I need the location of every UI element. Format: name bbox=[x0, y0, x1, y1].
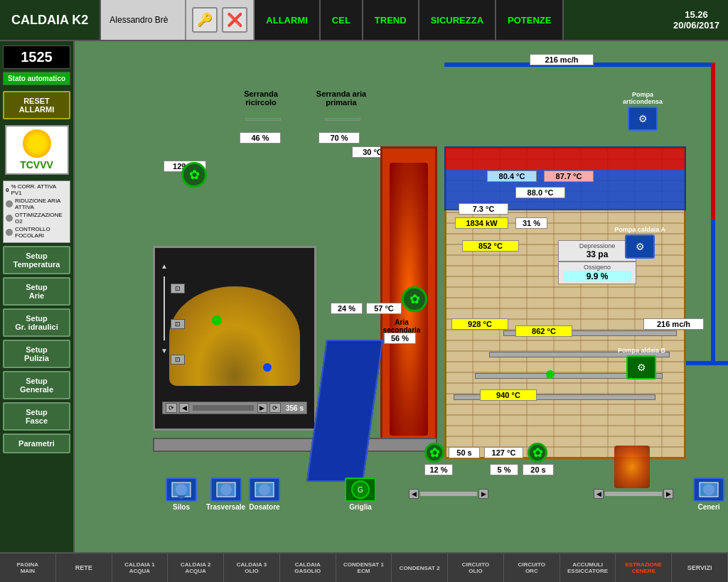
pump-caldaia-a-icon[interactable]: ⚙ bbox=[625, 235, 655, 259]
left-sidebar: 1525 Stato automatico RESET ALLARMI TCVV… bbox=[0, 41, 75, 552]
ceneri-label: Ceneri bbox=[697, 503, 719, 511]
pump-caldaia-b-icon[interactable]: ⚙ bbox=[626, 355, 656, 379]
pump-caldaia-a-label: Pompa caldaia A bbox=[614, 226, 665, 233]
nav-circuito-orc[interactable]: CIRCUITOORC bbox=[504, 554, 560, 582]
nav-condensat2[interactable]: CONDENSAT 2 bbox=[392, 554, 448, 582]
conveyor-ctrl-1[interactable]: ⟳ bbox=[166, 403, 177, 413]
setup-gr-idraulici-button[interactable]: Setup Gr. idraulici bbox=[3, 308, 70, 337]
pump-anticondensa-label: Pompa articondensa bbox=[621, 91, 664, 105]
setup-arie-button[interactable]: Setup Arie bbox=[3, 277, 70, 306]
ossigeno-box: Ossigeno 9.9 % bbox=[558, 262, 636, 284]
fan-ricircolo-icon[interactable]: ✿ bbox=[181, 162, 207, 188]
allarmi-button[interactable]: ALLARMI bbox=[255, 0, 321, 40]
ceneri-icon-body bbox=[693, 478, 724, 502]
riduzione-label: RIDUZIONE ARIA ATTIVA bbox=[15, 198, 68, 210]
logo-sun-icon bbox=[23, 129, 51, 158]
burner-glow bbox=[614, 446, 650, 488]
conv-arr-left-1[interactable]: ◀ bbox=[409, 489, 419, 499]
fan-bottom-center[interactable]: ✿ bbox=[528, 443, 547, 463]
nav-accumuli-essiccatore[interactable]: ACCUMULIESSICCATORE bbox=[560, 554, 616, 582]
conv-arr-right-1[interactable]: ▶ bbox=[478, 489, 488, 499]
controllo-label: CONTROLLO FOCOLARI bbox=[15, 226, 68, 239]
trend-button[interactable]: TREND bbox=[363, 0, 419, 40]
temp-80-value: 80.4 °C bbox=[487, 171, 537, 182]
nav-caldaia1-acqua[interactable]: CALDAIA 1ACQUA bbox=[112, 554, 168, 582]
temp-127-value: 127 °C bbox=[484, 447, 523, 458]
ceneri-equipment[interactable]: Ceneri bbox=[693, 478, 724, 511]
serranda-ricircolo-label: Serrandaricircolo bbox=[225, 90, 296, 107]
conv-belt-1 bbox=[420, 492, 477, 496]
temp-87-value: 87.7 °C bbox=[544, 171, 594, 182]
nav-caldaia-gasolio[interactable]: CALDAIAGASOLIO bbox=[280, 554, 336, 582]
pipe-bottom-blue bbox=[679, 361, 728, 365]
cel-button[interactable]: CEL bbox=[321, 0, 363, 40]
serranda-aria-pct: 70 % bbox=[318, 132, 360, 144]
flow-right-value: 216 mc/h bbox=[643, 318, 704, 330]
nav-caldaia3-olio[interactable]: CALDAIA 3OLIO bbox=[224, 554, 280, 582]
conveyor-arrow-right[interactable]: ▶ bbox=[257, 403, 267, 413]
serranda-ricircolo-bar bbox=[245, 118, 281, 121]
setup-fasce-button[interactable]: Setup Fasce bbox=[3, 402, 70, 431]
dosatore-icon-body bbox=[249, 478, 280, 502]
svg-point-5 bbox=[259, 484, 270, 495]
pct-5-value: 5 % bbox=[490, 464, 518, 475]
potenze-button[interactable]: POTENZE bbox=[496, 0, 564, 40]
conveyor-ctrl-2[interactable]: ⟳ bbox=[269, 403, 281, 413]
timer-area: ✿ 50 s 127 °C ✿ bbox=[424, 443, 547, 463]
griglia-icon-body: G bbox=[345, 478, 376, 502]
pct-31-value: 31 % bbox=[515, 217, 547, 229]
fan-secondaria-icon[interactable]: ✿ bbox=[402, 286, 427, 312]
pv1-label: % CORR. ATTIVA PV1 bbox=[11, 183, 68, 196]
key-icon-button[interactable]: 🔑 bbox=[192, 7, 218, 33]
level-ctrl-1[interactable]: ⊡ bbox=[171, 284, 185, 293]
power-1834-value: 1834 kW bbox=[455, 217, 508, 229]
timer-20s-value: 20 s bbox=[523, 464, 554, 475]
nav-servizi[interactable]: SERVIZI bbox=[672, 554, 728, 582]
nav-condensat1-ecm[interactable]: CONDENSAT 1ECM bbox=[336, 554, 392, 582]
nav-caldaia2-acqua[interactable]: CALDAIA 2ACQUA bbox=[168, 554, 224, 582]
nav-rete[interactable]: RETE bbox=[56, 554, 112, 582]
biomass-pile bbox=[169, 286, 300, 386]
trasversale-equipment[interactable]: Trasversale bbox=[206, 478, 245, 511]
height-arrows: ▲ ▼ bbox=[158, 262, 171, 355]
ottimizzazione-label: OTTIMIZZAZIONE O2 bbox=[15, 212, 68, 225]
conveyor-arrow-left[interactable]: ◀ bbox=[179, 403, 189, 413]
pump-anticondensa-icon[interactable]: ⚙ bbox=[628, 107, 658, 131]
pump-a-area: Pompa caldaia A ⚙ bbox=[614, 226, 665, 259]
sicurezza-button[interactable]: SICUREZZA bbox=[419, 0, 496, 40]
cancel-icon-button[interactable]: ❌ bbox=[222, 7, 247, 33]
reset-allarmi-button[interactable]: RESET ALLARMI bbox=[3, 91, 70, 119]
trasversale-icon-body bbox=[210, 478, 242, 502]
serranda-ricircolo-pct: 46 % bbox=[240, 132, 281, 144]
griglia-equipment[interactable]: G Griglia bbox=[345, 478, 376, 511]
serranda-aria-bar bbox=[325, 118, 360, 121]
timer-50s-value: 50 s bbox=[449, 447, 480, 458]
conv-arr-left-2[interactable]: ◀ bbox=[594, 489, 604, 499]
temp-928-value: 928 °C bbox=[451, 318, 508, 330]
nav-pagina-main[interactable]: PAGINAMAIN bbox=[0, 554, 56, 582]
pv1-value: 0 bbox=[6, 187, 9, 193]
setup-temperatura-button[interactable]: Setup Temperatura bbox=[3, 246, 70, 274]
timer-356-label: 356 s bbox=[286, 404, 304, 412]
conv-arr-right-2[interactable]: ▶ bbox=[663, 489, 673, 499]
pct-56-value: 56 % bbox=[384, 333, 416, 344]
logo-area: TCVVV bbox=[5, 125, 69, 175]
temp-852-value: 852 °C bbox=[462, 240, 519, 252]
nav-circuito-olio[interactable]: CIRCUITOOLIO bbox=[448, 554, 504, 582]
flow-top-value: 216 mc/h bbox=[530, 54, 594, 65]
level-ctrl-3[interactable]: ⊡ bbox=[171, 355, 185, 365]
setup-generale-button[interactable]: Setup Generale bbox=[3, 371, 70, 399]
parametri-button[interactable]: Parametri bbox=[3, 433, 70, 453]
fan-bottom-left[interactable]: ✿ bbox=[424, 443, 444, 463]
griglia-label: Griglia bbox=[349, 503, 372, 511]
nav-estrazione-cenere[interactable]: ESTRAZIONECENERE bbox=[616, 554, 672, 582]
level-ctrl-2[interactable]: ⊡ bbox=[171, 319, 185, 329]
ottimizzazione-indicator bbox=[6, 215, 13, 222]
pump-b-area: Pompa aldaia B ⚙ bbox=[618, 347, 665, 379]
control-panel: 0 % CORR. ATTIVA PV1 RIDUZIONE ARIA ATTI… bbox=[3, 180, 70, 243]
clock-display: 15.26 20/06/2017 bbox=[665, 0, 728, 40]
setup-pulizia-button[interactable]: Setup Pulizia bbox=[3, 340, 70, 368]
silos-equipment[interactable]: Silos bbox=[166, 478, 197, 511]
dosatore-equipment[interactable]: Dosatore bbox=[249, 478, 280, 511]
main-schematic: 216 mc/h Serrandaricircolo 46 % Serranda… bbox=[75, 41, 728, 552]
